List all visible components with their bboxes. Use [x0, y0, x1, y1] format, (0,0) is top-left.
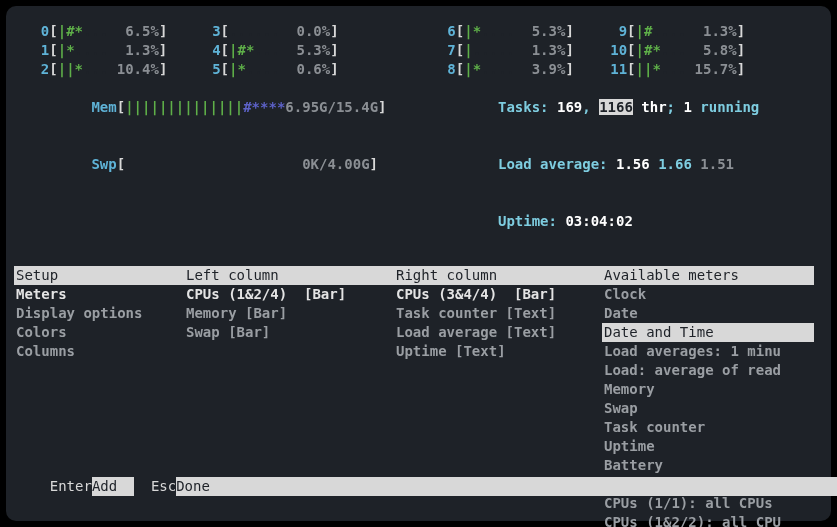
- header: 0[|#*...6.5%]1[|*....1.3%]2[||*...10.4%]…: [14, 14, 821, 250]
- left-item[interactable]: CPUs (1&2/4) [Bar]: [184, 285, 394, 304]
- setup-item[interactable]: Columns: [14, 342, 184, 361]
- panel-right-header: Right column: [394, 266, 602, 285]
- right-half: 6[|*....5.3%]7[|.....1.3%]8[|*....3.9%] …: [431, 14, 760, 250]
- right-item[interactable]: CPUs (3&4/4) [Bar]: [394, 285, 602, 304]
- left-item[interactable]: Swap [Bar]: [184, 323, 394, 342]
- load-average: Load average: 1.56 1.66 1.51: [431, 136, 760, 193]
- avail-item[interactable]: CPUs (1&2/2): all CPU: [602, 513, 814, 527]
- cpu-meters-right: 6[|*....5.3%]7[|.....1.3%]8[|*....3.9%] …: [431, 14, 760, 79]
- avail-item[interactable]: Clock: [602, 285, 814, 304]
- avail-item[interactable]: Task counter: [602, 418, 814, 437]
- panel-avail-header: Available meters: [602, 266, 814, 285]
- cpu-meter-7: 7[|.....1.3%]: [431, 41, 574, 60]
- cpu-meter-5: 5[|*....0.6%]: [195, 60, 338, 79]
- htop-setup-screen: 0[|#*...6.5%]1[|*....1.3%]2[||*...10.4%]…: [6, 6, 831, 521]
- cpu-meter-2: 2[||*...10.4%]: [24, 60, 167, 79]
- cpu-meter-6: 6[|*....5.3%]: [431, 22, 574, 41]
- uptime: Uptime: 03:04:02: [431, 193, 760, 250]
- memory-meter: Mem[||||||||||||||#****6.95G/15.4G]: [14, 79, 397, 136]
- action-done[interactable]: Done: [176, 477, 837, 496]
- panel-setup-header: Setup: [14, 266, 184, 285]
- cpu-meter-1: 1[|*....1.3%]: [24, 41, 167, 60]
- setup-item[interactable]: Display options: [14, 304, 184, 323]
- swap-meter: Swp[0K/4.00G]: [14, 136, 397, 193]
- right-item[interactable]: Load average [Text]: [394, 323, 602, 342]
- tasks-counter: Tasks: 169, 1166 thr; 1 running: [431, 79, 760, 136]
- cpu-meter-10: 10[|#*...5.8%]: [602, 41, 745, 60]
- cpu-meter-4: 4[|#*...5.3%]: [195, 41, 338, 60]
- footer-keys: EnterAdd EscDone: [16, 458, 837, 515]
- left-item[interactable]: Memory [Bar]: [184, 304, 394, 323]
- cpu-meter-8: 8[|*....3.9%]: [431, 60, 574, 79]
- right-item[interactable]: Uptime [Text]: [394, 342, 602, 361]
- avail-item[interactable]: Date: [602, 304, 814, 323]
- cpu-meter-3: 3[......0.0%]: [195, 22, 338, 41]
- setup-item[interactable]: Meters: [14, 285, 184, 304]
- cpu-meter-0: 0[|#*...6.5%]: [24, 22, 167, 41]
- setup-item[interactable]: Colors: [14, 323, 184, 342]
- right-item[interactable]: Task counter [Text]: [394, 304, 602, 323]
- action-add[interactable]: Add: [92, 477, 134, 496]
- cpu-meter-11: 11[||*...15.7%]: [602, 60, 745, 79]
- key-esc[interactable]: Esc: [151, 478, 176, 494]
- avail-item[interactable]: Load: average of read: [602, 361, 814, 380]
- avail-item[interactable]: Load averages: 1 minu: [602, 342, 814, 361]
- left-half: 0[|#*...6.5%]1[|*....1.3%]2[||*...10.4%]…: [14, 14, 397, 250]
- panel-left-header: Left column: [184, 266, 394, 285]
- avail-item[interactable]: Date and Time: [602, 323, 814, 342]
- key-enter[interactable]: Enter: [50, 478, 92, 494]
- avail-item[interactable]: Uptime: [602, 437, 814, 456]
- cpu-meters: 0[|#*...6.5%]1[|*....1.3%]2[||*...10.4%]…: [14, 14, 397, 79]
- avail-item[interactable]: Swap: [602, 399, 814, 418]
- avail-item[interactable]: Memory: [602, 380, 814, 399]
- cpu-meter-9: 9[|#....1.3%]: [602, 22, 745, 41]
